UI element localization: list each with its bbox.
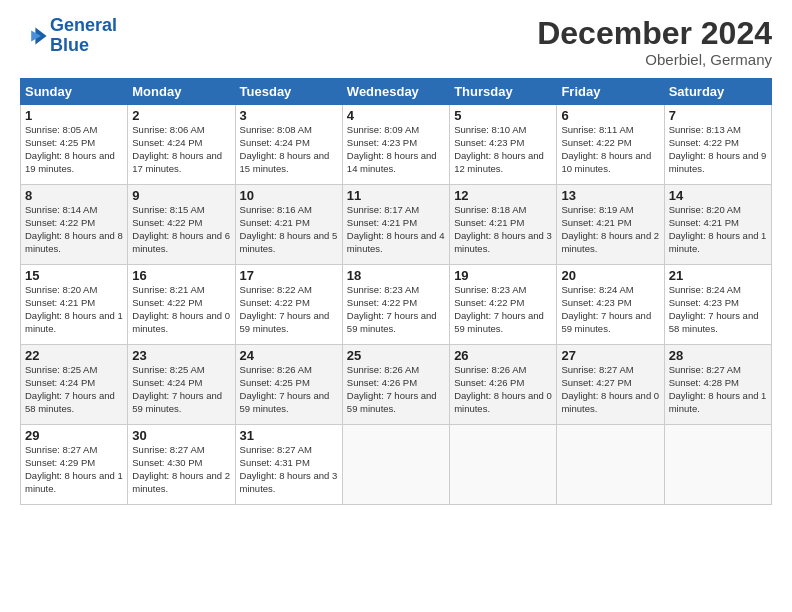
calendar-body: 1Sunrise: 8:05 AMSunset: 4:25 PMDaylight… <box>21 105 772 505</box>
day-info: Sunrise: 8:17 AMSunset: 4:21 PMDaylight:… <box>347 204 445 255</box>
day-number: 27 <box>561 348 659 363</box>
day-number: 12 <box>454 188 552 203</box>
calendar-cell: 12Sunrise: 8:18 AMSunset: 4:21 PMDayligh… <box>450 185 557 265</box>
day-number: 15 <box>25 268 123 283</box>
calendar-cell: 24Sunrise: 8:26 AMSunset: 4:25 PMDayligh… <box>235 345 342 425</box>
calendar-cell: 20Sunrise: 8:24 AMSunset: 4:23 PMDayligh… <box>557 265 664 345</box>
logo-icon <box>20 22 48 50</box>
day-number: 30 <box>132 428 230 443</box>
logo-text: General Blue <box>50 16 117 56</box>
header-day-friday: Friday <box>557 79 664 105</box>
day-info: Sunrise: 8:23 AMSunset: 4:22 PMDaylight:… <box>454 284 552 335</box>
calendar-cell: 9Sunrise: 8:15 AMSunset: 4:22 PMDaylight… <box>128 185 235 265</box>
day-info: Sunrise: 8:16 AMSunset: 4:21 PMDaylight:… <box>240 204 338 255</box>
calendar-cell: 29Sunrise: 8:27 AMSunset: 4:29 PMDayligh… <box>21 425 128 505</box>
day-number: 10 <box>240 188 338 203</box>
day-info: Sunrise: 8:09 AMSunset: 4:23 PMDaylight:… <box>347 124 445 175</box>
day-number: 23 <box>132 348 230 363</box>
calendar-cell: 1Sunrise: 8:05 AMSunset: 4:25 PMDaylight… <box>21 105 128 185</box>
day-info: Sunrise: 8:14 AMSunset: 4:22 PMDaylight:… <box>25 204 123 255</box>
day-number: 7 <box>669 108 767 123</box>
header-day-wednesday: Wednesday <box>342 79 449 105</box>
day-number: 25 <box>347 348 445 363</box>
calendar-cell: 26Sunrise: 8:26 AMSunset: 4:26 PMDayligh… <box>450 345 557 425</box>
day-info: Sunrise: 8:27 AMSunset: 4:31 PMDaylight:… <box>240 444 338 495</box>
day-info: Sunrise: 8:18 AMSunset: 4:21 PMDaylight:… <box>454 204 552 255</box>
page: General Blue December 2024 Oberbiel, Ger… <box>0 0 792 515</box>
calendar-cell: 4Sunrise: 8:09 AMSunset: 4:23 PMDaylight… <box>342 105 449 185</box>
day-info: Sunrise: 8:27 AMSunset: 4:28 PMDaylight:… <box>669 364 767 415</box>
day-info: Sunrise: 8:20 AMSunset: 4:21 PMDaylight:… <box>25 284 123 335</box>
day-number: 3 <box>240 108 338 123</box>
calendar-cell: 6Sunrise: 8:11 AMSunset: 4:22 PMDaylight… <box>557 105 664 185</box>
day-info: Sunrise: 8:25 AMSunset: 4:24 PMDaylight:… <box>132 364 230 415</box>
day-info: Sunrise: 8:27 AMSunset: 4:30 PMDaylight:… <box>132 444 230 495</box>
title-block: December 2024 Oberbiel, Germany <box>537 16 772 68</box>
month-title: December 2024 <box>537 16 772 51</box>
calendar-cell: 27Sunrise: 8:27 AMSunset: 4:27 PMDayligh… <box>557 345 664 425</box>
day-number: 24 <box>240 348 338 363</box>
week-row-2: 8Sunrise: 8:14 AMSunset: 4:22 PMDaylight… <box>21 185 772 265</box>
day-number: 16 <box>132 268 230 283</box>
day-number: 6 <box>561 108 659 123</box>
header-day-tuesday: Tuesday <box>235 79 342 105</box>
day-info: Sunrise: 8:26 AMSunset: 4:26 PMDaylight:… <box>347 364 445 415</box>
day-number: 13 <box>561 188 659 203</box>
calendar-cell: 30Sunrise: 8:27 AMSunset: 4:30 PMDayligh… <box>128 425 235 505</box>
day-info: Sunrise: 8:24 AMSunset: 4:23 PMDaylight:… <box>669 284 767 335</box>
calendar-cell: 25Sunrise: 8:26 AMSunset: 4:26 PMDayligh… <box>342 345 449 425</box>
calendar-cell: 3Sunrise: 8:08 AMSunset: 4:24 PMDaylight… <box>235 105 342 185</box>
day-info: Sunrise: 8:26 AMSunset: 4:25 PMDaylight:… <box>240 364 338 415</box>
header-day-sunday: Sunday <box>21 79 128 105</box>
header-row: SundayMondayTuesdayWednesdayThursdayFrid… <box>21 79 772 105</box>
day-number: 26 <box>454 348 552 363</box>
day-number: 14 <box>669 188 767 203</box>
day-info: Sunrise: 8:15 AMSunset: 4:22 PMDaylight:… <box>132 204 230 255</box>
location: Oberbiel, Germany <box>537 51 772 68</box>
day-number: 18 <box>347 268 445 283</box>
calendar-cell: 14Sunrise: 8:20 AMSunset: 4:21 PMDayligh… <box>664 185 771 265</box>
day-number: 22 <box>25 348 123 363</box>
day-number: 17 <box>240 268 338 283</box>
day-info: Sunrise: 8:08 AMSunset: 4:24 PMDaylight:… <box>240 124 338 175</box>
header: General Blue December 2024 Oberbiel, Ger… <box>20 16 772 68</box>
day-number: 21 <box>669 268 767 283</box>
day-info: Sunrise: 8:27 AMSunset: 4:27 PMDaylight:… <box>561 364 659 415</box>
day-info: Sunrise: 8:11 AMSunset: 4:22 PMDaylight:… <box>561 124 659 175</box>
week-row-4: 22Sunrise: 8:25 AMSunset: 4:24 PMDayligh… <box>21 345 772 425</box>
day-number: 8 <box>25 188 123 203</box>
calendar-cell: 8Sunrise: 8:14 AMSunset: 4:22 PMDaylight… <box>21 185 128 265</box>
calendar-cell: 2Sunrise: 8:06 AMSunset: 4:24 PMDaylight… <box>128 105 235 185</box>
calendar-cell: 28Sunrise: 8:27 AMSunset: 4:28 PMDayligh… <box>664 345 771 425</box>
calendar-cell: 21Sunrise: 8:24 AMSunset: 4:23 PMDayligh… <box>664 265 771 345</box>
calendar-cell: 13Sunrise: 8:19 AMSunset: 4:21 PMDayligh… <box>557 185 664 265</box>
calendar-cell: 23Sunrise: 8:25 AMSunset: 4:24 PMDayligh… <box>128 345 235 425</box>
calendar-cell: 16Sunrise: 8:21 AMSunset: 4:22 PMDayligh… <box>128 265 235 345</box>
day-number: 4 <box>347 108 445 123</box>
day-info: Sunrise: 8:19 AMSunset: 4:21 PMDaylight:… <box>561 204 659 255</box>
calendar-cell: 18Sunrise: 8:23 AMSunset: 4:22 PMDayligh… <box>342 265 449 345</box>
day-info: Sunrise: 8:20 AMSunset: 4:21 PMDaylight:… <box>669 204 767 255</box>
day-number: 19 <box>454 268 552 283</box>
calendar-cell <box>342 425 449 505</box>
calendar-table: SundayMondayTuesdayWednesdayThursdayFrid… <box>20 78 772 505</box>
calendar-cell: 5Sunrise: 8:10 AMSunset: 4:23 PMDaylight… <box>450 105 557 185</box>
calendar-cell: 11Sunrise: 8:17 AMSunset: 4:21 PMDayligh… <box>342 185 449 265</box>
header-day-monday: Monday <box>128 79 235 105</box>
logo: General Blue <box>20 16 117 56</box>
calendar-cell <box>664 425 771 505</box>
day-info: Sunrise: 8:06 AMSunset: 4:24 PMDaylight:… <box>132 124 230 175</box>
day-info: Sunrise: 8:13 AMSunset: 4:22 PMDaylight:… <box>669 124 767 175</box>
day-number: 11 <box>347 188 445 203</box>
calendar-cell: 15Sunrise: 8:20 AMSunset: 4:21 PMDayligh… <box>21 265 128 345</box>
day-info: Sunrise: 8:10 AMSunset: 4:23 PMDaylight:… <box>454 124 552 175</box>
calendar-cell: 31Sunrise: 8:27 AMSunset: 4:31 PMDayligh… <box>235 425 342 505</box>
day-number: 29 <box>25 428 123 443</box>
calendar-header: SundayMondayTuesdayWednesdayThursdayFrid… <box>21 79 772 105</box>
calendar-cell: 22Sunrise: 8:25 AMSunset: 4:24 PMDayligh… <box>21 345 128 425</box>
calendar-cell: 7Sunrise: 8:13 AMSunset: 4:22 PMDaylight… <box>664 105 771 185</box>
header-day-saturday: Saturday <box>664 79 771 105</box>
day-info: Sunrise: 8:05 AMSunset: 4:25 PMDaylight:… <box>25 124 123 175</box>
header-day-thursday: Thursday <box>450 79 557 105</box>
day-info: Sunrise: 8:23 AMSunset: 4:22 PMDaylight:… <box>347 284 445 335</box>
